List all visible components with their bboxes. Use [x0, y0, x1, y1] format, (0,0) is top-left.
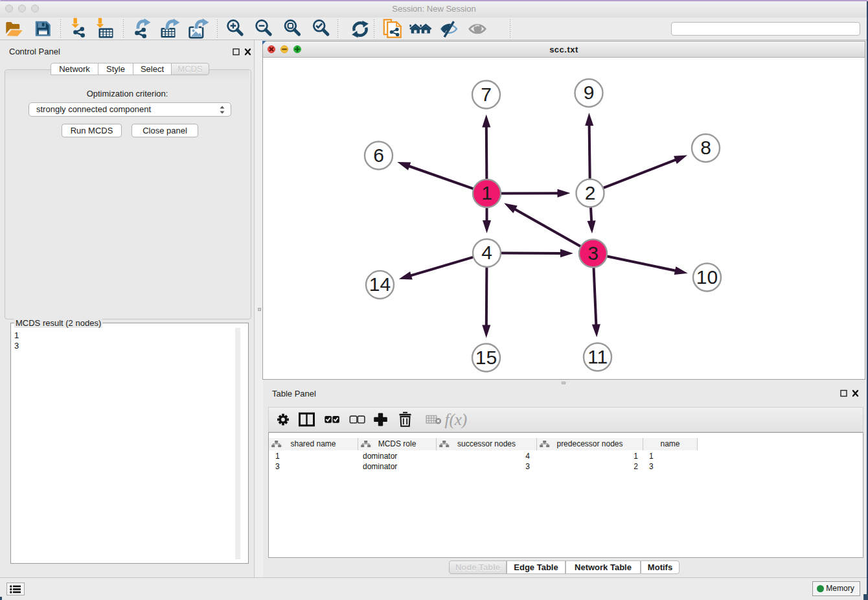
svg-text:14: 14 — [369, 273, 391, 295]
svg-text:6: 6 — [373, 144, 384, 166]
svg-text:3: 3 — [588, 242, 599, 264]
svg-text:15: 15 — [475, 347, 497, 368]
svg-text:8: 8 — [700, 137, 711, 158]
svg-text:9: 9 — [584, 82, 595, 103]
svg-text:7: 7 — [481, 84, 492, 105]
svg-text:10: 10 — [696, 266, 718, 288]
svg-text:11: 11 — [588, 346, 608, 367]
svg-text:1: 1 — [481, 182, 492, 203]
svg-text:4: 4 — [481, 242, 492, 263]
svg-text:f(x): f(x) — [445, 411, 468, 429]
svg-text:2: 2 — [585, 182, 596, 203]
